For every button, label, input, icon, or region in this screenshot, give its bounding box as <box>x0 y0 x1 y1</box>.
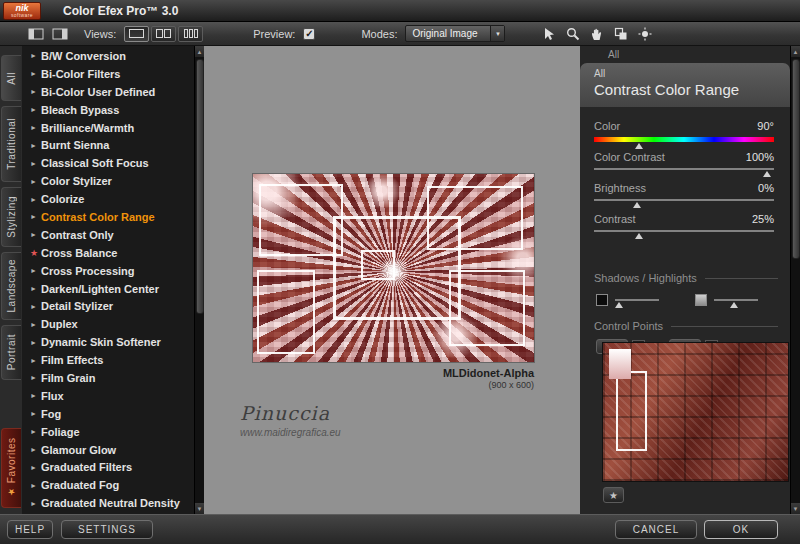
shadows-slider-handle[interactable] <box>615 302 623 308</box>
scroll-up-icon[interactable]: ▲ <box>791 46 800 57</box>
modes-dropdown[interactable]: Original Image ▼ <box>405 25 505 42</box>
filter-item-graduated-fog[interactable]: ►Graduated Fog <box>22 476 194 494</box>
tab-landscape[interactable]: Landscape <box>1 252 21 320</box>
filter-item-foliage[interactable]: ►Foliage <box>22 423 194 441</box>
filter-item-contrast-color-range-selected[interactable]: ►Contrast Color Range <box>22 208 194 226</box>
tab-traditional[interactable]: Traditional <box>1 106 21 182</box>
filter-item-cross-balance[interactable]: ★Cross Balance <box>22 244 194 262</box>
scroll-up-icon[interactable]: ▲ <box>195 46 204 57</box>
tab-all[interactable]: All <box>1 55 21 101</box>
section-text: Shadows / Highlights <box>594 272 697 284</box>
brightness-tool-icon[interactable] <box>635 25 655 43</box>
filter-list-scrollbar[interactable]: ▲ ▼ <box>194 46 204 514</box>
brightness-slider-value: 0% <box>758 182 774 194</box>
filter-item-duplex[interactable]: ►Duplex <box>22 315 194 333</box>
filter-item-fog[interactable]: ►Fog <box>22 405 194 423</box>
filter-item-film-effects[interactable]: ►Film Effects <box>22 351 194 369</box>
tab-stylizing[interactable]: Stylizing <box>1 187 21 247</box>
arrow-bullet-icon: ► <box>30 392 41 399</box>
brightness-slider-label: Brightness <box>594 182 646 194</box>
highlights-swatch-icon[interactable] <box>695 294 707 306</box>
arrow-bullet-icon: ► <box>30 428 41 435</box>
brightness-slider-handle[interactable] <box>633 202 641 208</box>
brightness-slider-track[interactable] <box>594 199 774 201</box>
filter-item-dynamic-skin-softener[interactable]: ►Dynamic Skin Softener <box>22 333 194 351</box>
image-rect-frame <box>259 184 343 256</box>
filter-item-glamour-glow[interactable]: ►Glamour Glow <box>22 441 194 459</box>
filter-item-contrast-only[interactable]: ►Contrast Only <box>22 226 194 244</box>
panel-layout-left-icon[interactable] <box>26 26 46 42</box>
filter-label: Contrast Only <box>41 229 114 241</box>
color-slider-track[interactable] <box>594 137 774 142</box>
highlights-slider-handle[interactable] <box>730 302 738 308</box>
contrast-slider-track[interactable] <box>594 230 774 232</box>
filter-item-graduated-neutral-density[interactable]: ►Graduated Neutral Density <box>22 494 194 512</box>
panel-scrollbar[interactable]: ▲ ▼ <box>790 46 800 514</box>
image-rect-frame <box>361 250 395 280</box>
ok-button[interactable]: OK <box>704 520 778 539</box>
arrow-bullet-icon: ► <box>30 231 41 238</box>
image-name: MLDidonet-Alpha <box>253 367 534 379</box>
dropdown-arrow-icon[interactable]: ▼ <box>490 26 504 41</box>
filter-item-colorize[interactable]: ►Colorize <box>22 190 194 208</box>
filter-item-bleach-bypass[interactable]: ►Bleach Bypass <box>22 101 194 119</box>
filter-label: Classical Soft Focus <box>41 157 149 169</box>
image-size: (900 x 600) <box>253 380 534 390</box>
filter-item-color-stylizer[interactable]: ►Color Stylizer <box>22 172 194 190</box>
shadows-swatch-icon[interactable] <box>596 294 608 306</box>
filter-item-flux[interactable]: ►Flux <box>22 387 194 405</box>
arrow-bullet-icon: ► <box>30 464 41 471</box>
highlights-slider-track[interactable] <box>714 299 758 301</box>
arrow-bullet-icon: ► <box>30 88 41 95</box>
filter-item-brilliance-warmth[interactable]: ►Brilliance/Warmth <box>22 119 194 137</box>
filter-item-bi-color-filters[interactable]: ►Bi-Color Filters <box>22 65 194 83</box>
tab-portrait[interactable]: Portrait <box>1 325 21 380</box>
filter-item-graduated-filters[interactable]: ►Graduated Filters <box>22 458 194 476</box>
contrast-slider-handle[interactable] <box>635 233 643 239</box>
preview-checkbox[interactable]: ✓ <box>303 28 315 40</box>
settings-button[interactable]: SETTINGS <box>61 520 153 539</box>
contrast-slider-value: 25% <box>752 213 774 225</box>
filter-label: Colorize <box>41 193 84 205</box>
help-button[interactable]: HELP <box>7 520 53 539</box>
filter-item-detail-stylizer[interactable]: ►Detail Stylizer <box>22 297 194 315</box>
view-split-button[interactable] <box>151 26 176 42</box>
nik-software-logo: nik software <box>3 2 41 20</box>
filter-item-burnt-sienna[interactable]: ►Burnt Sienna <box>22 136 194 154</box>
tab-favorites[interactable]: ★Favorites <box>1 428 21 508</box>
background-color-tool-icon[interactable] <box>611 25 631 43</box>
add-to-favorites-button[interactable]: ★ <box>603 487 624 503</box>
breadcrumb: All <box>608 49 619 60</box>
scroll-down-icon[interactable]: ▼ <box>195 503 204 514</box>
filter-item-cross-processing[interactable]: ►Cross Processing <box>22 262 194 280</box>
color-contrast-slider-track[interactable] <box>594 168 774 170</box>
panel-layout-right-icon[interactable] <box>50 26 70 42</box>
pointer-tool-icon[interactable] <box>539 25 559 43</box>
color-contrast-slider-handle[interactable] <box>763 171 771 177</box>
view-single-button[interactable] <box>124 26 149 42</box>
zoom-tool-icon[interactable] <box>563 25 583 43</box>
shadows-mini-slider <box>596 294 659 306</box>
cancel-button[interactable]: CANCEL <box>615 520 697 539</box>
thumb-rect-frame <box>616 371 647 451</box>
pan-hand-tool-icon[interactable] <box>587 25 607 43</box>
scrollbar-thumb[interactable] <box>196 59 204 314</box>
filter-label: Bleach Bypass <box>41 104 119 116</box>
filter-item-darken-lighten-center[interactable]: ►Darken/Lighten Center <box>22 280 194 298</box>
scroll-down-icon[interactable]: ▼ <box>791 503 800 514</box>
filter-item-bi-color-user-defined[interactable]: ►Bi-Color User Defined <box>22 83 194 101</box>
loupe-thumbnail-preview[interactable] <box>603 343 788 481</box>
color-slider-handle[interactable] <box>635 143 643 149</box>
panel-header: All Contrast Color Range <box>580 63 790 107</box>
shadows-slider-track[interactable] <box>615 299 659 301</box>
filter-label: Foliage <box>41 426 80 438</box>
filter-item-bw-conversion[interactable]: ►B/W Conversion <box>22 47 194 65</box>
scrollbar-thumb[interactable] <box>792 59 800 259</box>
view-side-by-side-button[interactable] <box>178 26 203 42</box>
filter-item-film-grain[interactable]: ►Film Grain <box>22 369 194 387</box>
arrow-bullet-icon: ► <box>30 70 41 77</box>
preview-image[interactable] <box>253 174 534 362</box>
filter-item-classical-soft-focus[interactable]: ►Classical Soft Focus <box>22 154 194 172</box>
favorites-star-icon: ★ <box>609 490 618 501</box>
filter-label: Contrast Color Range <box>41 211 155 223</box>
